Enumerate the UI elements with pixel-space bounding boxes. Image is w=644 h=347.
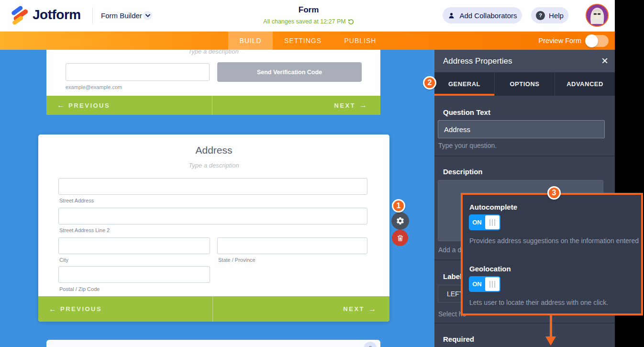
panel-title: Address Properties: [443, 50, 512, 72]
tab-publish[interactable]: PUBLISH: [333, 32, 388, 50]
state-province-label: State / Province: [218, 257, 255, 263]
next-button[interactable]: NEXT →: [212, 96, 381, 115]
previous-button[interactable]: ← PREVIOUS: [46, 96, 212, 115]
next-label: NEXT: [334, 102, 355, 109]
tab-settings[interactable]: SETTINGS: [273, 32, 333, 50]
add-collaborators-button[interactable]: Add Collaborators: [443, 7, 522, 23]
panel-tabs: GENERAL OPTIONS ADVANCED: [434, 72, 615, 96]
header-center: Form All changes saved at 12:27 PM: [239, 0, 378, 25]
address-field-card[interactable]: Address Type a description Street Addres…: [38, 134, 389, 322]
product-switcher-label[interactable]: Form Builder: [101, 11, 142, 20]
panel-tab-general[interactable]: GENERAL: [434, 72, 495, 96]
trash-icon: [396, 234, 404, 242]
panel-header: Address Properties ×: [434, 50, 615, 72]
question-text-hint: Type your question.: [438, 142, 497, 149]
next-form-card-partial[interactable]: ?: [46, 340, 380, 347]
state-province-input[interactable]: [217, 237, 367, 254]
question-mark-icon: ?: [536, 11, 545, 20]
card-help-icon[interactable]: ?: [364, 342, 377, 347]
field-delete-button[interactable]: [392, 230, 408, 246]
geolocation-label: Geolocation: [469, 265, 511, 273]
preview-form-label: Preview Form: [539, 37, 581, 45]
header-divider: [92, 7, 93, 24]
street-address-line2-input[interactable]: [58, 208, 367, 224]
right-arrow-icon: →: [368, 305, 376, 313]
geolocation-caption: Lets user to locate their address with o…: [469, 299, 608, 306]
build-navbar: BUILD SETTINGS PUBLISH Preview Form: [0, 32, 615, 50]
annotation-badge-1: 1: [392, 199, 405, 213]
toggle-knob: [485, 215, 500, 229]
jotform-logo-icon: [10, 5, 30, 25]
email-example-hint: example@example.com: [66, 84, 122, 90]
save-status-text: All changes saved at 12:27 PM: [263, 18, 345, 25]
gear-icon: [396, 216, 405, 225]
jotform-logo-text: Jotform: [33, 7, 81, 22]
send-verification-code-button[interactable]: Send Verification Code: [217, 62, 362, 82]
app-header: Jotform Form Builder Form All changes sa…: [0, 0, 615, 32]
chevron-down-icon[interactable]: [143, 11, 152, 20]
panel-tab-options[interactable]: OPTIONS: [495, 72, 555, 96]
street-address-line2-label: Street Address Line 2: [59, 227, 110, 233]
annotation-badge-3: 3: [547, 186, 561, 200]
form-title: Form: [239, 5, 378, 15]
previous-label: PREVIOUS: [60, 305, 102, 313]
panel-tab-advanced[interactable]: ADVANCED: [555, 72, 615, 96]
postal-zip-input[interactable]: [58, 266, 210, 283]
autocomplete-caption: Provides address suggestions on the info…: [469, 237, 639, 245]
preview-form-group: Preview Form: [539, 32, 609, 50]
close-icon[interactable]: ×: [601, 54, 608, 68]
toggle-knob: [585, 34, 598, 47]
help-label: Help: [549, 11, 564, 20]
person-icon: [447, 11, 455, 20]
section-divider: [434, 156, 615, 157]
email-verification-card[interactable]: Type a description Send Verification Cod…: [46, 50, 380, 115]
save-status: All changes saved at 12:27 PM: [239, 18, 378, 25]
street-address-input[interactable]: [58, 178, 367, 195]
app-root: Jotform Form Builder Form All changes sa…: [0, 0, 644, 347]
previous-label: PREVIOUS: [68, 102, 110, 109]
toggle-knob: [485, 277, 500, 291]
toggle-on-label: ON: [469, 214, 485, 230]
question-text-input[interactable]: [438, 120, 605, 138]
city-input[interactable]: [58, 237, 210, 254]
left-arrow-icon: ←: [49, 305, 56, 313]
previous-button[interactable]: ← PREVIOUS: [38, 296, 213, 322]
undo-icon[interactable]: [348, 19, 354, 25]
right-arrow-icon: →: [359, 101, 367, 110]
section-divider: [434, 323, 615, 324]
next-button[interactable]: NEXT →: [213, 296, 390, 322]
description-placeholder[interactable]: Type a description: [46, 50, 380, 55]
postal-zip-label: Postal / Zip Code: [59, 286, 100, 292]
question-text-label: Question Text: [443, 108, 490, 116]
city-label: City: [59, 257, 68, 263]
preview-form-toggle[interactable]: [586, 35, 609, 47]
field-settings-button[interactable]: [391, 212, 409, 230]
nav-tabs: BUILD SETTINGS PUBLISH: [228, 32, 388, 50]
autocomplete-toggle[interactable]: ON: [469, 214, 500, 230]
required-label: Required: [443, 335, 474, 343]
description-placeholder[interactable]: Type a description: [38, 162, 389, 169]
address-question-title[interactable]: Address: [38, 145, 389, 156]
page-nav-footer: ← PREVIOUS NEXT →: [38, 296, 389, 322]
help-button[interactable]: ? Help: [531, 7, 568, 23]
email-input[interactable]: [66, 63, 210, 81]
autocomplete-label: Autocomplete: [469, 203, 517, 211]
annotation-highlight-box: Autocomplete ON Provides address suggest…: [461, 193, 643, 315]
annotation-arrow-head: [545, 336, 556, 346]
add-collaborators-label: Add Collaborators: [459, 11, 517, 20]
toggle-on-label: ON: [469, 276, 485, 292]
page-nav-footer: ← PREVIOUS NEXT →: [46, 96, 380, 115]
tab-build[interactable]: BUILD: [228, 32, 273, 50]
left-arrow-icon: ←: [57, 101, 65, 110]
user-avatar[interactable]: [586, 4, 609, 27]
annotation-arrow-shaft: [550, 314, 552, 337]
street-address-label: Street Address: [59, 198, 94, 203]
geolocation-toggle[interactable]: ON: [469, 276, 500, 292]
annotation-badge-2: 2: [423, 76, 436, 90]
next-label: NEXT: [343, 305, 365, 313]
description-label: Description: [443, 168, 483, 176]
